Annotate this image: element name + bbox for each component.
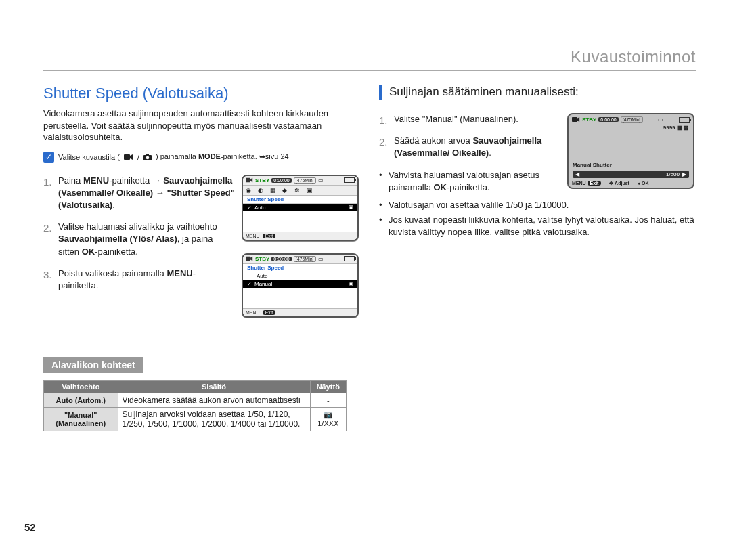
adjust-label: ✥ Adjust xyxy=(609,181,629,186)
time-label: 0:00:00 xyxy=(271,257,291,261)
res-icon: ▦ ▩ xyxy=(677,125,689,131)
step-2: Valitse haluamasi alivalikko ja vaihtoeh… xyxy=(43,221,235,258)
submenu-table: Vaihtoehto Sisältö Näyttö Auto (Autom.) … xyxy=(43,380,347,431)
exit-label: Exit xyxy=(263,310,276,315)
video-icon xyxy=(246,177,253,183)
menu-title: Shutter Speed xyxy=(243,196,357,204)
right-arrow-icon: ▶ xyxy=(682,171,686,177)
card-icon: ▭ xyxy=(318,256,324,262)
count-label: 9999 xyxy=(663,125,675,131)
card-icon: ▭ xyxy=(318,177,324,184)
exit-label: Exit xyxy=(588,181,602,186)
stby-label: STBY xyxy=(255,256,269,262)
battery-icon xyxy=(679,117,690,123)
min-label: [475Min] xyxy=(294,256,316,262)
expand-icon: ▣ xyxy=(349,281,353,286)
left-steps: Paina MENU-painiketta → Sauvaohjaimella … xyxy=(43,175,235,293)
mode-text-after: ) painamalla MODE-painiketta. ➥sivu 24 xyxy=(156,152,289,161)
icon-row: ◉◐▦◆✲▣ xyxy=(243,186,357,196)
svg-point-2 xyxy=(146,156,150,159)
right-steps: Valitse "Manual" (Manuaalinen). Säädä au… xyxy=(379,113,559,160)
battery-icon xyxy=(344,256,355,261)
lcd-screenshot-right: STBY 0:00:00 [475Min] ▭ 9999 ▦ ▩ Manual … xyxy=(567,113,694,189)
opt-cell: "Manual" (Manuaalinen) xyxy=(44,407,118,431)
check-icon: ✓ xyxy=(247,204,252,211)
desc-cell: Suljinajan arvoksi voidaan asettaa 1/50,… xyxy=(118,407,310,431)
ok-label: ● OK xyxy=(638,181,649,186)
stby-label: STBY xyxy=(582,116,596,123)
exit-label: Exit xyxy=(263,234,276,238)
section-title: Shutter Speed (Valotusaika) xyxy=(43,85,360,102)
menu-item-manual: ✓ Manual ▣ xyxy=(243,280,357,288)
bullet-1: Vahvista haluamasi valotusajan asetus pa… xyxy=(379,169,559,194)
check-icon: ✓ xyxy=(247,281,252,287)
shutter-bar: ◀ 1/500 ▶ xyxy=(573,171,689,178)
sub-section-heading: Alavalikon kohteet xyxy=(43,357,143,373)
right-title: Suljinajan säätäminen manuaalisesti: xyxy=(379,85,696,100)
card-icon: ▭ xyxy=(658,116,663,123)
manual-shutter-label: Manual Shutter xyxy=(569,160,693,169)
video-icon xyxy=(124,154,133,160)
min-label: [475Min] xyxy=(294,177,316,184)
svg-rect-0 xyxy=(124,154,130,160)
menu-item-auto: Auto xyxy=(243,272,357,280)
opt-cell: Auto (Autom.) xyxy=(44,393,118,407)
menu-label: MENU xyxy=(246,234,260,238)
svg-rect-6 xyxy=(572,117,577,122)
disp-cell: 📷 1/XXX xyxy=(310,407,346,431)
bullet-3: Jos kuvaat nopeasti liikkuvia kohteita, … xyxy=(379,214,696,238)
table-row: Auto (Autom.) Videokamera säätää aukon a… xyxy=(44,393,347,407)
right-step-1: Valitse "Manual" (Manuaalinen). xyxy=(379,113,559,125)
svg-rect-4 xyxy=(246,178,250,182)
slash: / xyxy=(137,153,139,161)
menu-label: MENU xyxy=(572,181,586,186)
menu-item-auto: ✓ Auto ▣ xyxy=(243,204,357,211)
time-label: 0:00:00 xyxy=(598,117,618,122)
svg-rect-3 xyxy=(146,154,149,156)
left-arrow-icon: ◀ xyxy=(575,171,579,177)
expand-icon: ▣ xyxy=(349,204,353,210)
menu-label: MENU xyxy=(246,310,260,315)
disp-cell: - xyxy=(310,393,346,407)
step-3: Poistu valikosta painamalla MENU-painike… xyxy=(43,267,235,292)
right-step-2: Säädä aukon arvoa Sauvaohjaimella (Vasem… xyxy=(379,135,559,159)
right-bullets-below: Valotusajan voi asettaa välille 1/50 ja … xyxy=(379,199,696,239)
table-header: Vaihtoehto xyxy=(44,380,118,393)
camera-icon xyxy=(143,154,152,160)
intro-text: Videokamera asettaa suljinnopeuden autom… xyxy=(43,108,360,144)
min-label: [475Min] xyxy=(621,116,643,123)
lcd-screenshot-2: STBY 0:00:00 [475Min] ▭ Shutter Speed Au… xyxy=(242,253,359,318)
check-icon: ✓ xyxy=(43,152,54,163)
shutter-value: 1/500 xyxy=(666,171,680,177)
page-header: Kuvaustoiminnot xyxy=(43,47,696,71)
svg-rect-5 xyxy=(246,257,250,261)
time-label: 0:00:00 xyxy=(271,178,291,183)
mode-text-before: Valitse kuvaustila ( xyxy=(58,153,120,161)
video-icon xyxy=(246,256,253,261)
right-bullets: Vahvista haluamasi valotusajan asetus pa… xyxy=(379,169,559,194)
stby-label: STBY xyxy=(255,177,269,184)
video-icon xyxy=(572,116,580,123)
step-1: Paina MENU-painiketta → Sauvaohjaimella … xyxy=(43,175,235,212)
battery-icon xyxy=(344,177,355,183)
menu-title: Shutter Speed xyxy=(243,264,357,272)
bullet-2: Valotusajan voi asettaa välille 1/50 ja … xyxy=(379,199,696,211)
table-header: Näyttö xyxy=(310,380,346,393)
lcd-screenshot-1: STBY 0:00:00 [475Min] ▭ ◉◐▦◆✲▣ Shutter S… xyxy=(242,175,359,241)
table-row: "Manual" (Manuaalinen) Suljinajan arvoks… xyxy=(44,407,347,431)
table-header: Sisältö xyxy=(118,380,310,393)
right-column: Suljinajan säätäminen manuaalisesti: Val… xyxy=(379,85,696,431)
mode-hint: ✓ Valitse kuvaustila ( / ) painamalla MO… xyxy=(43,149,360,165)
page-number: 52 xyxy=(24,521,36,533)
left-column: Shutter Speed (Valotusaika) Videokamera … xyxy=(43,85,360,431)
desc-cell: Videokamera säätää aukon arvon automaatt… xyxy=(118,393,310,407)
